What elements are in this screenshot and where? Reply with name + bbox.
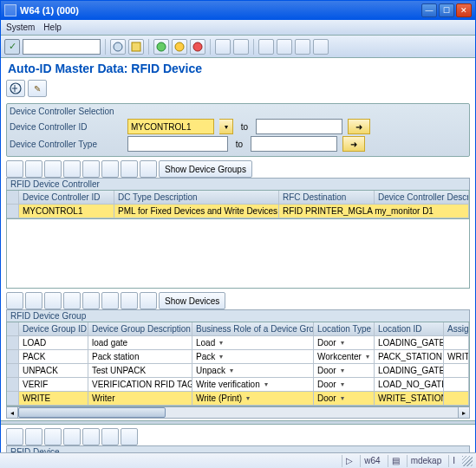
group-row[interactable]: VERIFVERIFICATION RFID TAGWrite verifica… — [7, 378, 469, 392]
alv2-btn-7[interactable] — [121, 292, 138, 309]
save-icon[interactable] — [128, 39, 144, 55]
cell-group-desc[interactable]: Pack station — [88, 350, 192, 364]
col-dc-id[interactable]: Device Controller ID — [19, 191, 114, 205]
cell-loc-type[interactable]: Door — [314, 378, 375, 392]
group-row[interactable]: WRITEWriterWrite (Print)DoorWRITE_STATIO… — [7, 392, 469, 406]
cell-loc-id[interactable]: LOADING_GATE — [375, 336, 444, 350]
row-selector[interactable] — [7, 350, 19, 364]
alv3-btn-4[interactable] — [63, 428, 81, 445]
first-page-icon[interactable] — [258, 39, 274, 55]
scroll-left-icon[interactable]: ◂ — [6, 406, 18, 419]
alv2-btn-1[interactable] — [6, 292, 23, 309]
alv3-btn-5[interactable] — [82, 428, 100, 445]
col-group-desc[interactable]: Device Group Description — [88, 322, 192, 336]
resize-grip[interactable] — [462, 456, 473, 466]
next-page-icon[interactable] — [295, 39, 310, 55]
cell-role[interactable]: Write verification — [192, 378, 314, 392]
splitter[interactable] — [1, 420, 475, 425]
row-selector[interactable] — [7, 336, 19, 350]
back-icon[interactable] — [110, 39, 126, 55]
cell-loc-id[interactable]: LOADING_GATE — [375, 364, 444, 378]
exit-icon[interactable] — [172, 39, 187, 55]
alv2-btn-4[interactable] — [63, 292, 81, 309]
show-device-groups-button[interactable]: Show Device Groups — [159, 160, 252, 178]
cell-group-id[interactable]: VERIF — [19, 378, 88, 392]
alv1-btn-4[interactable] — [63, 160, 81, 178]
alv2-btn-2[interactable] — [25, 292, 42, 309]
alv2-btn-6[interactable] — [101, 292, 119, 309]
cell-group-desc[interactable]: VERIFICATION RFID TAG — [88, 378, 192, 392]
cell-loc-id[interactable]: LOAD_NO_GATE — [375, 378, 444, 392]
alv1-btn-2[interactable] — [25, 160, 42, 178]
cancel-icon[interactable] — [190, 39, 205, 55]
group-row[interactable]: PACKPack stationPackWorkcenterPACK_STATI… — [7, 350, 469, 364]
prev-page-icon[interactable] — [277, 39, 292, 55]
menu-help[interactable]: Help — [43, 23, 62, 32]
edit-button[interactable] — [28, 80, 47, 97]
cell-dc-id[interactable]: MYCONTROL1 — [19, 205, 114, 218]
col-role[interactable]: Business Role of a Device Group — [192, 322, 314, 336]
cell-role[interactable]: Pack — [192, 350, 314, 364]
col-group-id[interactable]: Device Group ID — [19, 322, 88, 336]
close-button[interactable]: ✕ — [456, 3, 472, 17]
alv2-btn-8[interactable] — [140, 292, 157, 309]
col-rfc[interactable]: RFC Destination — [279, 191, 375, 205]
group-row[interactable]: LOADload gateLoadDoorLOADING_GATE — [7, 336, 469, 350]
col-loc-id[interactable]: Location ID — [375, 322, 444, 336]
cell-group-id[interactable]: LOAD — [19, 336, 88, 350]
print-icon[interactable] — [215, 39, 231, 55]
minimize-button[interactable]: — — [421, 3, 437, 17]
last-page-icon[interactable] — [313, 39, 329, 55]
input-dc-type-from[interactable] — [127, 136, 228, 152]
input-dc-id-to[interactable] — [256, 119, 342, 134]
alv1-btn-5[interactable] — [82, 160, 100, 178]
cell-group-desc[interactable]: Writer — [88, 392, 192, 406]
cell-role[interactable]: Load — [192, 336, 314, 350]
scroll-right-icon[interactable]: ▸ — [458, 406, 470, 419]
col-print[interactable]: Assigned Print — [444, 322, 469, 336]
status-triangle-icon[interactable]: ▷ — [342, 455, 356, 467]
cell-print[interactable] — [444, 378, 469, 392]
row-selector[interactable] — [7, 378, 19, 392]
cell-group-desc[interactable]: load gate — [88, 336, 192, 350]
alv1-btn-1[interactable] — [6, 160, 23, 178]
cell-print[interactable]: WRITE — [444, 350, 469, 364]
find-icon[interactable] — [233, 39, 249, 55]
controller-row[interactable]: MYCONTROL1 PML for Fixed Devices and Wri… — [7, 205, 469, 218]
group-row[interactable]: UNPACKTest UNPACKUnpackDoorLOADING_GATE — [7, 364, 469, 378]
alv3-btn-1[interactable] — [6, 428, 23, 445]
maximize-button[interactable]: ☐ — [439, 3, 454, 17]
cell-loc-type[interactable]: Door — [314, 392, 375, 406]
cell-role[interactable]: Write (Print) — [192, 392, 314, 406]
input-dc-id-from[interactable] — [127, 119, 214, 134]
row-selector-header[interactable] — [7, 322, 19, 336]
row-selector[interactable] — [7, 364, 19, 378]
alv1-btn-6[interactable] — [101, 160, 119, 178]
ok-code-input[interactable] — [23, 39, 101, 55]
cell-loc-type[interactable]: Door — [314, 336, 375, 350]
cell-print[interactable] — [444, 364, 469, 378]
cell-role[interactable]: Unpack — [192, 364, 314, 378]
cell-print[interactable] — [444, 336, 469, 350]
alv1-btn-8[interactable] — [140, 160, 157, 178]
show-devices-button[interactable]: Show Devices — [159, 292, 225, 309]
row-selector-header[interactable] — [7, 191, 19, 205]
row-selector[interactable] — [7, 392, 19, 406]
cell-loc-type[interactable]: Workcenter — [314, 350, 375, 364]
menu-system[interactable]: System — [6, 23, 35, 32]
dc-id-picker-icon[interactable]: ▾ — [219, 119, 233, 134]
scroll-thumb[interactable] — [18, 407, 166, 418]
cell-group-id[interactable]: PACK — [19, 350, 88, 364]
alv1-btn-3[interactable] — [44, 160, 62, 178]
cell-loc-id[interactable]: WRITE_STATION — [375, 392, 444, 406]
col-dc-desc[interactable]: Device Controller Description — [375, 191, 469, 205]
input-dc-type-to[interactable] — [251, 136, 337, 152]
alv3-btn-6[interactable] — [101, 428, 119, 445]
ok-code-dropdown[interactable] — [4, 39, 20, 55]
col-dc-type-desc[interactable]: DC Type Description — [114, 191, 279, 205]
col-loc-type[interactable]: Location Type — [314, 322, 375, 336]
dc-id-multiple-button[interactable]: ➜ — [348, 119, 370, 134]
alv3-btn-7[interactable] — [121, 428, 138, 445]
row-selector[interactable] — [7, 205, 19, 218]
cell-loc-id[interactable]: PACK_STATION — [375, 350, 444, 364]
